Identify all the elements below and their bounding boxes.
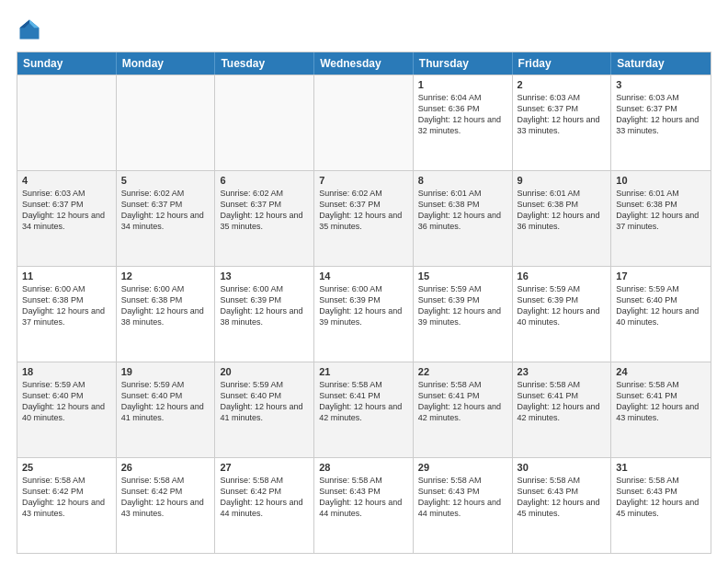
calendar-cell: 14Sunrise: 6:00 AMSunset: 6:39 PMDayligh… — [314, 267, 414, 362]
calendar-cell — [215, 75, 314, 170]
calendar-cell: 4Sunrise: 6:03 AMSunset: 6:37 PMDaylight… — [17, 171, 117, 266]
cell-info: Sunrise: 5:58 AMSunset: 6:43 PMDaylight:… — [518, 475, 607, 520]
day-number: 21 — [319, 366, 408, 377]
day-number: 31 — [616, 462, 706, 473]
day-number: 4 — [22, 175, 111, 186]
cell-info: Sunrise: 6:03 AMSunset: 6:37 PMDaylight:… — [616, 92, 706, 137]
calendar-cell: 2Sunrise: 6:03 AMSunset: 6:37 PMDaylight… — [513, 75, 612, 170]
calendar-cell: 10Sunrise: 6:01 AMSunset: 6:38 PMDayligh… — [611, 171, 711, 266]
calendar-cell: 21Sunrise: 5:58 AMSunset: 6:41 PMDayligh… — [314, 362, 414, 457]
day-number: 29 — [418, 462, 507, 473]
calendar-cell: 31Sunrise: 5:58 AMSunset: 6:43 PMDayligh… — [611, 458, 711, 553]
calendar-cell: 1Sunrise: 6:04 AMSunset: 6:36 PMDaylight… — [414, 75, 513, 170]
cell-info: Sunrise: 5:58 AMSunset: 6:41 PMDaylight:… — [418, 379, 507, 424]
day-number: 11 — [22, 270, 111, 282]
day-number: 26 — [121, 462, 210, 473]
day-number: 22 — [418, 366, 507, 377]
day-number: 6 — [220, 175, 309, 186]
day-number: 28 — [319, 462, 408, 473]
calendar-cell: 22Sunrise: 5:58 AMSunset: 6:41 PMDayligh… — [414, 362, 513, 457]
calendar-cell: 9Sunrise: 6:01 AMSunset: 6:38 PMDaylight… — [513, 171, 612, 266]
calendar-cell: 6Sunrise: 6:02 AMSunset: 6:37 PMDaylight… — [215, 171, 314, 266]
calendar-cell: 18Sunrise: 5:59 AMSunset: 6:40 PMDayligh… — [17, 362, 117, 457]
day-number: 7 — [319, 175, 408, 186]
calendar-cell: 13Sunrise: 6:00 AMSunset: 6:39 PMDayligh… — [215, 267, 314, 362]
cell-info: Sunrise: 6:00 AMSunset: 6:39 PMDaylight:… — [319, 283, 408, 328]
calendar-cell — [17, 75, 117, 170]
day-number: 18 — [22, 366, 111, 377]
cell-info: Sunrise: 5:59 AMSunset: 6:40 PMDaylight:… — [22, 379, 111, 424]
calendar-header: SundayMondayTuesdayWednesdayThursdayFrid… — [17, 52, 711, 75]
calendar-cell: 26Sunrise: 5:58 AMSunset: 6:42 PMDayligh… — [117, 458, 216, 553]
header-day-thursday: Thursday — [414, 52, 513, 75]
header-day-sunday: Sunday — [17, 52, 117, 75]
day-number: 2 — [518, 79, 607, 90]
calendar-cell: 29Sunrise: 5:58 AMSunset: 6:43 PMDayligh… — [414, 458, 513, 553]
cell-info: Sunrise: 6:01 AMSunset: 6:38 PMDaylight:… — [518, 188, 607, 233]
day-number: 10 — [616, 175, 706, 186]
cell-info: Sunrise: 6:03 AMSunset: 6:37 PMDaylight:… — [22, 188, 111, 233]
cell-info: Sunrise: 5:58 AMSunset: 6:42 PMDaylight:… — [22, 475, 111, 520]
day-number: 3 — [616, 79, 706, 90]
cell-info: Sunrise: 6:00 AMSunset: 6:39 PMDaylight:… — [220, 283, 309, 328]
cell-info: Sunrise: 6:03 AMSunset: 6:37 PMDaylight:… — [518, 92, 607, 137]
header — [17, 17, 711, 42]
logo — [17, 17, 46, 42]
cell-info: Sunrise: 6:01 AMSunset: 6:38 PMDaylight:… — [418, 188, 507, 233]
calendar-cell — [314, 75, 414, 170]
header-day-monday: Monday — [117, 52, 216, 75]
day-number: 27 — [220, 462, 309, 473]
calendar-row-3: 11Sunrise: 6:00 AMSunset: 6:38 PMDayligh… — [17, 266, 711, 362]
day-number: 5 — [121, 175, 210, 186]
calendar-row-2: 4Sunrise: 6:03 AMSunset: 6:37 PMDaylight… — [17, 170, 711, 266]
day-number: 30 — [518, 462, 607, 473]
day-number: 17 — [616, 270, 706, 282]
cell-info: Sunrise: 5:58 AMSunset: 6:41 PMDaylight:… — [518, 379, 607, 424]
day-number: 14 — [319, 270, 408, 282]
calendar-cell: 16Sunrise: 5:59 AMSunset: 6:39 PMDayligh… — [513, 267, 612, 362]
cell-info: Sunrise: 5:58 AMSunset: 6:43 PMDaylight:… — [418, 475, 507, 520]
cell-info: Sunrise: 6:02 AMSunset: 6:37 PMDaylight:… — [220, 188, 309, 233]
calendar-cell: 19Sunrise: 5:59 AMSunset: 6:40 PMDayligh… — [117, 362, 216, 457]
calendar-body: 1Sunrise: 6:04 AMSunset: 6:36 PMDaylight… — [17, 75, 711, 553]
cell-info: Sunrise: 5:58 AMSunset: 6:42 PMDaylight:… — [121, 475, 210, 520]
cell-info: Sunrise: 5:59 AMSunset: 6:40 PMDaylight:… — [616, 283, 706, 328]
calendar-cell: 15Sunrise: 5:59 AMSunset: 6:39 PMDayligh… — [414, 267, 513, 362]
day-number: 15 — [418, 270, 507, 282]
calendar-cell: 8Sunrise: 6:01 AMSunset: 6:38 PMDaylight… — [414, 171, 513, 266]
cell-info: Sunrise: 6:02 AMSunset: 6:37 PMDaylight:… — [121, 188, 210, 233]
calendar-cell: 24Sunrise: 5:58 AMSunset: 6:41 PMDayligh… — [611, 362, 711, 457]
calendar-cell: 30Sunrise: 5:58 AMSunset: 6:43 PMDayligh… — [513, 458, 612, 553]
cell-info: Sunrise: 6:00 AMSunset: 6:38 PMDaylight:… — [22, 283, 111, 328]
day-number: 8 — [418, 175, 507, 186]
cell-info: Sunrise: 6:04 AMSunset: 6:36 PMDaylight:… — [418, 92, 507, 137]
day-number: 23 — [518, 366, 607, 377]
cell-info: Sunrise: 5:58 AMSunset: 6:41 PMDaylight:… — [319, 379, 408, 424]
cell-info: Sunrise: 6:00 AMSunset: 6:38 PMDaylight:… — [121, 283, 210, 328]
day-number: 25 — [22, 462, 111, 473]
header-day-saturday: Saturday — [611, 52, 711, 75]
cell-info: Sunrise: 5:58 AMSunset: 6:43 PMDaylight:… — [319, 475, 408, 520]
page: SundayMondayTuesdayWednesdayThursdayFrid… — [0, 0, 728, 563]
calendar-cell: 28Sunrise: 5:58 AMSunset: 6:43 PMDayligh… — [314, 458, 414, 553]
calendar-row-4: 18Sunrise: 5:59 AMSunset: 6:40 PMDayligh… — [17, 362, 711, 457]
calendar-cell: 17Sunrise: 5:59 AMSunset: 6:40 PMDayligh… — [611, 267, 711, 362]
calendar-cell: 23Sunrise: 5:58 AMSunset: 6:41 PMDayligh… — [513, 362, 612, 457]
header-day-friday: Friday — [513, 52, 612, 75]
calendar-cell: 25Sunrise: 5:58 AMSunset: 6:42 PMDayligh… — [17, 458, 117, 553]
cell-info: Sunrise: 5:59 AMSunset: 6:39 PMDaylight:… — [418, 283, 507, 328]
calendar-row-1: 1Sunrise: 6:04 AMSunset: 6:36 PMDaylight… — [17, 75, 711, 170]
calendar-cell: 20Sunrise: 5:59 AMSunset: 6:40 PMDayligh… — [215, 362, 314, 457]
calendar-cell: 27Sunrise: 5:58 AMSunset: 6:42 PMDayligh… — [215, 458, 314, 553]
calendar-cell: 11Sunrise: 6:00 AMSunset: 6:38 PMDayligh… — [17, 267, 117, 362]
cell-info: Sunrise: 6:02 AMSunset: 6:37 PMDaylight:… — [319, 188, 408, 233]
day-number: 24 — [616, 366, 706, 377]
day-number: 9 — [518, 175, 607, 186]
cell-info: Sunrise: 5:58 AMSunset: 6:41 PMDaylight:… — [616, 379, 706, 424]
cell-info: Sunrise: 5:59 AMSunset: 6:40 PMDaylight:… — [121, 379, 210, 424]
cell-info: Sunrise: 6:01 AMSunset: 6:38 PMDaylight:… — [616, 188, 706, 233]
cell-info: Sunrise: 5:59 AMSunset: 6:39 PMDaylight:… — [518, 283, 607, 328]
calendar: SundayMondayTuesdayWednesdayThursdayFrid… — [17, 52, 711, 554]
header-day-tuesday: Tuesday — [215, 52, 314, 75]
logo-icon — [17, 17, 42, 42]
